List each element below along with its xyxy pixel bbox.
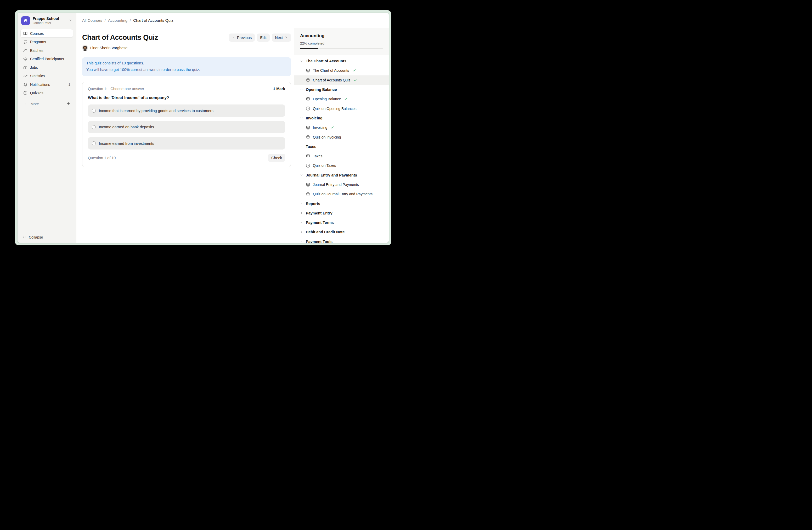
sidebar-item-more[interactable]: More [17, 102, 76, 106]
lesson-taxes[interactable]: Taxes [294, 151, 389, 161]
radio-button[interactable] [92, 141, 96, 145]
chapter-journal-entry-and-payments[interactable]: Journal Entry and Payments [294, 170, 389, 180]
lesson-title: Quiz on Taxes [313, 163, 336, 168]
sidebar-item-jobs[interactable]: Jobs [21, 64, 73, 71]
content-row: Chart of Accounts Quiz Previous Edit Nex… [76, 28, 389, 243]
chevron-right-icon [24, 102, 27, 106]
lesson-opening-balance[interactable]: Opening Balance [294, 94, 389, 104]
chapter-the-chart-of-accounts[interactable]: The Chart of Accounts [294, 56, 389, 66]
collapse-icon [22, 235, 26, 240]
edit-label: Edit [260, 36, 266, 40]
question-number-label: Question 1: [88, 87, 107, 91]
book-open-icon [23, 31, 28, 36]
answer-option-1[interactable]: Income that is earned by providing goods… [88, 104, 285, 117]
question-circle-icon [306, 106, 310, 111]
notification-count-badge: 1 [69, 83, 70, 86]
next-button[interactable]: Next [272, 33, 291, 42]
trending-up-icon [23, 74, 28, 78]
chevron-down-icon [69, 18, 72, 22]
check-icon [353, 78, 357, 82]
chevron-down-icon [300, 173, 303, 177]
lesson-quiz-on-opening-balances[interactable]: Quiz on Opening Balances [294, 104, 389, 113]
check-button[interactable]: Check [268, 154, 285, 162]
collapse-sidebar-button[interactable]: Collapse [17, 235, 76, 243]
sidebar-item-quizzes[interactable]: Quizzes [21, 89, 73, 97]
monitor-play-icon [306, 182, 310, 187]
previous-button[interactable]: Previous [229, 33, 255, 42]
chapter-payment-entry[interactable]: Payment Entry [294, 208, 389, 218]
chevron-left-icon [232, 36, 235, 39]
chapter-title: Reports [306, 201, 320, 206]
question-circle-icon [306, 192, 310, 196]
sidebar-item-label: Statistics [30, 74, 45, 78]
page-header: Chart of Accounts Quiz Previous Edit Nex… [82, 33, 291, 42]
lesson-journal-entry-and-payments[interactable]: Journal Entry and Payments [294, 180, 389, 189]
answer-option-3[interactable]: Income earned from investments [88, 137, 285, 150]
lesson-the-chart-of-accounts[interactable]: The Chart of Accounts [294, 66, 389, 75]
workspace-title: Frappe School [33, 16, 66, 21]
course-outline-panel: Accounting 22% completed The Chart of Ac… [294, 28, 389, 243]
breadcrumb-item-all-courses[interactable]: All Courses [82, 18, 102, 23]
radio-button[interactable] [92, 109, 96, 113]
plus-icon[interactable] [67, 102, 70, 106]
sidebar-item-notifications[interactable]: Notifications1 [21, 80, 73, 88]
monitor-play-icon [306, 154, 310, 158]
edit-button[interactable]: Edit [257, 33, 270, 42]
chapter-payment-terms[interactable]: Payment Terms [294, 218, 389, 227]
check-icon [352, 69, 356, 72]
lesson-quiz-on-journal-entry-and-payments[interactable]: Quiz on Journal Entry and Payments [294, 189, 389, 199]
answer-options: Income that is earned by providing goods… [88, 104, 285, 150]
collapse-icon [22, 235, 26, 239]
workspace-subtitle: Jannat Patel [33, 21, 66, 25]
left-sidebar: Frappe School Jannat Patel CoursesProgra… [17, 13, 76, 243]
next-label: Next [275, 36, 283, 40]
answer-option-2[interactable]: Income earned on bank deposits [88, 121, 285, 133]
lesson-quiz-on-taxes[interactable]: Quiz on Taxes [294, 161, 389, 170]
chapter-title: Payment Tools [306, 240, 333, 243]
chevron-right-icon [300, 240, 303, 243]
lesson-title: Quiz on Invoicing [313, 135, 341, 139]
chevron-down-icon [300, 60, 303, 62]
help-circle-icon [23, 91, 28, 95]
course-outline-list: The Chart of AccountsThe Chart of Accoun… [294, 55, 389, 243]
chapter-invoicing[interactable]: Invoicing [294, 113, 389, 123]
sidebar-item-programs[interactable]: Programs [21, 38, 73, 46]
chevron-right-icon [24, 102, 27, 105]
chapter-payment-tools[interactable]: Payment Tools [294, 237, 389, 243]
check-icon [344, 97, 348, 101]
completed-check-icon [352, 69, 356, 72]
chapter-title: Debit and Credit Note [306, 230, 345, 234]
sidebar-item-label: Batches [30, 48, 43, 53]
lesson-chart-of-accounts-quiz[interactable]: Chart of Accounts Quiz [294, 75, 389, 85]
answer-option-label: Income earned on bank deposits [99, 125, 154, 129]
breadcrumb-separator: / [105, 18, 106, 23]
course-progress-fill [300, 48, 318, 49]
chevron-right-icon [300, 221, 303, 224]
chapter-taxes[interactable]: Taxes [294, 142, 389, 151]
check-icon [330, 126, 334, 129]
workspace-switcher[interactable]: Frappe School Jannat Patel [17, 13, 76, 25]
sidebar-item-certified-participants[interactable]: Certified Participants [21, 55, 73, 63]
completed-check-icon [344, 97, 348, 101]
chapter-reports[interactable]: Reports [294, 199, 389, 208]
lesson-invoicing[interactable]: Invoicing [294, 123, 389, 132]
breadcrumb-item-accounting[interactable]: Accounting [108, 18, 127, 23]
previous-label: Previous [237, 36, 252, 40]
chevron-left-icon [232, 36, 235, 40]
sidebar-item-courses[interactable]: Courses [21, 29, 73, 38]
sidebar-item-label: Quizzes [30, 91, 43, 95]
chapter-title: Taxes [306, 144, 316, 149]
sidebar-item-label: Programs [30, 40, 46, 44]
sidebar-item-batches[interactable]: Batches [21, 46, 73, 54]
chapter-debit-and-credit-note[interactable]: Debit and Credit Note [294, 227, 389, 237]
completed-check-icon [330, 126, 334, 129]
chevron-right-icon [300, 202, 303, 205]
sidebar-item-statistics[interactable]: Statistics [21, 72, 73, 80]
sidebar-item-label: Courses [30, 31, 44, 36]
chevron-down-icon[interactable] [69, 18, 72, 23]
chapter-opening-balance[interactable]: Opening Balance [294, 85, 389, 94]
lesson-quiz-on-invoicing[interactable]: Quiz on Invoicing [294, 132, 389, 142]
radio-button[interactable] [92, 125, 96, 129]
workspace-meta: Frappe School Jannat Patel [33, 16, 66, 25]
lesson-actions: Previous Edit Next [229, 33, 291, 42]
